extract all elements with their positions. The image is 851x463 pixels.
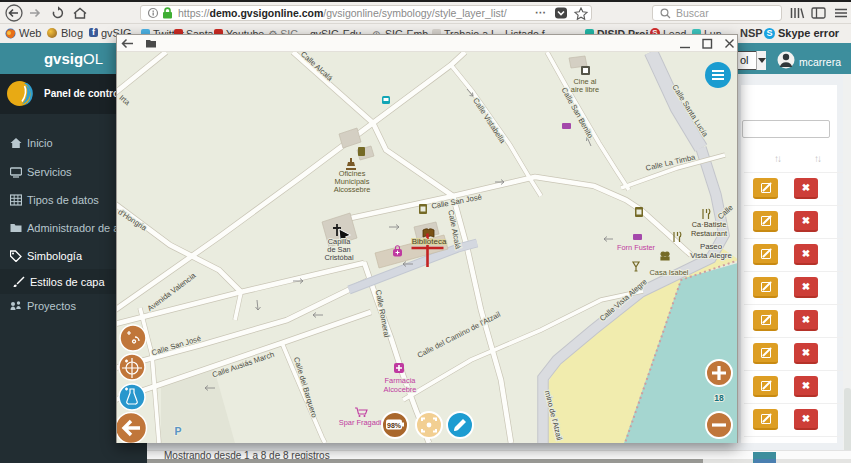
svg-text:Farmacia: Farmacia: [385, 376, 417, 385]
svg-text:Alcocebre: Alcocebre: [384, 385, 417, 394]
svg-text:98%: 98%: [387, 422, 402, 429]
svg-text:Spar Fragadis: Spar Fragadis: [339, 418, 386, 427]
svg-text:Vista Alegre: Vista Alegre: [690, 251, 731, 260]
svg-text:Biblioteca: Biblioteca: [412, 237, 447, 246]
svg-text:Cristóbal: Cristóbal: [324, 253, 354, 262]
svg-text:Paseo: Paseo: [700, 242, 723, 251]
svg-text:18: 18: [714, 393, 724, 403]
svg-text:Restaurant: Restaurant: [691, 229, 727, 238]
svg-text:Ca·Batiste: Ca·Batiste: [692, 220, 727, 229]
svg-text:Forn Fuster: Forn Fuster: [617, 243, 656, 252]
svg-text:P: P: [174, 425, 181, 437]
svg-text:aire libre: aire libre: [571, 85, 599, 94]
svg-text:Casa Isabel: Casa Isabel: [649, 268, 688, 277]
svg-text:Alcossebre: Alcossebre: [334, 185, 371, 194]
